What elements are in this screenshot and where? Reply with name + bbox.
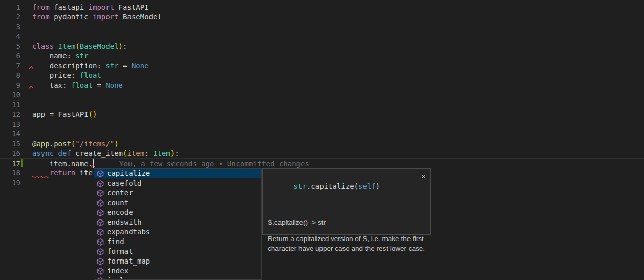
suggest-item-label: index xyxy=(107,266,128,276)
code-token xyxy=(54,42,58,50)
suggest-item[interactable]: index xyxy=(94,266,261,276)
code-text: tax: float = None xyxy=(32,81,123,89)
suggest-item-label: expandtabs xyxy=(107,227,150,237)
code-token: () xyxy=(89,110,97,118)
suggest-item[interactable]: count xyxy=(94,198,261,208)
symbol-method-icon xyxy=(96,277,104,280)
suggest-item[interactable]: endswith xyxy=(94,217,261,227)
code-token: app = FastAPI xyxy=(32,110,89,118)
line-number: 9 xyxy=(0,81,20,90)
suggest-item-label: capitalize xyxy=(107,169,150,178)
suggest-item[interactable]: format_map xyxy=(94,256,261,266)
suggest-item[interactable]: isalnum xyxy=(94,276,261,280)
code-editor[interactable]: 1from fastapi import FastAPI2from pydant… xyxy=(0,0,644,280)
code-line[interactable]: 13 xyxy=(0,119,644,129)
line-number: 18 xyxy=(0,168,20,178)
code-token: def xyxy=(58,149,71,157)
suggest-item[interactable]: capitalize xyxy=(94,169,261,178)
code-text: item.name.You, a few seconds ago • Uncom… xyxy=(32,159,309,168)
code-token: tax: xyxy=(32,81,71,89)
code-line[interactable]: 16async def create_item(item: Item): xyxy=(0,149,644,158)
code-line[interactable]: 3 xyxy=(0,22,644,32)
code-token: = xyxy=(119,62,132,70)
symbol-method-icon xyxy=(96,267,104,275)
suggest-item-label: format xyxy=(107,247,133,256)
suggest-item-label: find xyxy=(107,237,124,247)
suggest-item[interactable]: center xyxy=(94,188,261,198)
code-token: Item xyxy=(58,42,76,50)
code-line[interactable]: 15@app.post("/items/") xyxy=(0,139,644,149)
symbol-method-icon xyxy=(96,218,104,227)
error-squiggle-caret xyxy=(91,164,96,168)
code-token: create_item xyxy=(71,149,123,157)
line-number: 6 xyxy=(0,51,20,61)
code-text: class Item(BaseModel): xyxy=(32,42,127,50)
code-token: pydantic xyxy=(50,13,93,21)
suggest-item-label: center xyxy=(107,188,133,198)
code-token: FastAPI xyxy=(114,3,148,11)
gutter-modified-indicator xyxy=(21,159,23,167)
code-line[interactable]: 8 price: float xyxy=(0,71,644,81)
code-token: ) xyxy=(114,139,118,148)
code-token: .capitalize( xyxy=(307,182,358,190)
symbol-method-icon xyxy=(96,248,104,256)
line-number: 16 xyxy=(0,149,20,158)
code-token: None xyxy=(132,62,149,70)
code-token: return xyxy=(50,169,76,177)
code-token: : xyxy=(144,149,153,157)
suggest-item[interactable]: find xyxy=(94,237,261,247)
code-token: from xyxy=(32,3,50,11)
suggest-item-label: format_map xyxy=(107,256,150,266)
code-line[interactable]: 11 xyxy=(0,100,644,110)
code-token: float xyxy=(80,71,101,79)
code-token: price: xyxy=(32,71,80,79)
code-token xyxy=(54,149,58,157)
symbol-method-icon xyxy=(96,189,104,197)
suggest-item-label: count xyxy=(107,198,128,208)
code-line[interactable]: 17 item.name.You, a few seconds ago • Un… xyxy=(0,158,644,168)
code-token: : xyxy=(175,149,179,157)
code-token: ) xyxy=(119,42,123,50)
suggest-item[interactable]: encode xyxy=(94,208,261,217)
symbol-method-icon xyxy=(96,209,104,217)
code-line[interactable]: 4 xyxy=(0,32,644,42)
code-token: description: xyxy=(32,62,105,70)
code-text: description: str = None xyxy=(32,62,149,70)
code-token: fastapi xyxy=(50,3,89,11)
code-token: Item xyxy=(153,149,170,157)
line-number: 5 xyxy=(0,42,20,51)
code-line[interactable]: 7 description: str = None xyxy=(0,61,644,71)
suggest-item[interactable]: format xyxy=(94,247,261,256)
code-line[interactable]: 5class Item(BaseModel): xyxy=(0,42,644,51)
code-line[interactable]: 14 xyxy=(0,129,644,139)
code-text: app = FastAPI() xyxy=(32,110,97,118)
line-number: 13 xyxy=(0,119,20,129)
code-token: "/items/" xyxy=(75,139,114,148)
line-number: 10 xyxy=(0,90,20,100)
suggest-item-label: encode xyxy=(107,208,133,217)
code-token: async xyxy=(32,149,54,157)
suggest-docs-panel: str.capitalize(self) ✕ S.capitalize() ->… xyxy=(262,168,431,235)
suggest-item-label: casefold xyxy=(107,178,141,188)
symbol-method-icon xyxy=(96,228,104,236)
suggest-item[interactable]: expandtabs xyxy=(94,227,261,237)
code-lines: 1from fastapi import FastAPI2from pydant… xyxy=(0,3,644,188)
code-line[interactable]: 6 name: str xyxy=(0,51,644,61)
symbol-method-icon xyxy=(96,179,104,188)
code-token: import xyxy=(89,3,115,11)
close-icon[interactable]: ✕ xyxy=(422,172,426,182)
code-line[interactable]: 10 xyxy=(0,90,644,100)
line-number: 3 xyxy=(0,22,20,32)
symbol-method-icon xyxy=(96,257,104,266)
code-token: @app.post xyxy=(32,139,71,148)
code-line[interactable]: 12app = FastAPI() xyxy=(0,110,644,119)
code-line[interactable]: 1from fastapi import FastAPI xyxy=(0,3,644,12)
code-token: None xyxy=(105,81,123,89)
git-blame-annotation: You, a few seconds ago • Uncommitted cha… xyxy=(119,159,309,168)
line-number: 11 xyxy=(0,100,20,110)
suggest-item[interactable]: casefold xyxy=(94,178,261,188)
code-token: self xyxy=(358,182,376,190)
symbol-method-icon xyxy=(96,238,104,246)
code-line[interactable]: 2from pydantic import BaseModel xyxy=(0,12,644,22)
code-line[interactable]: 9 tax: float = None xyxy=(0,81,644,90)
